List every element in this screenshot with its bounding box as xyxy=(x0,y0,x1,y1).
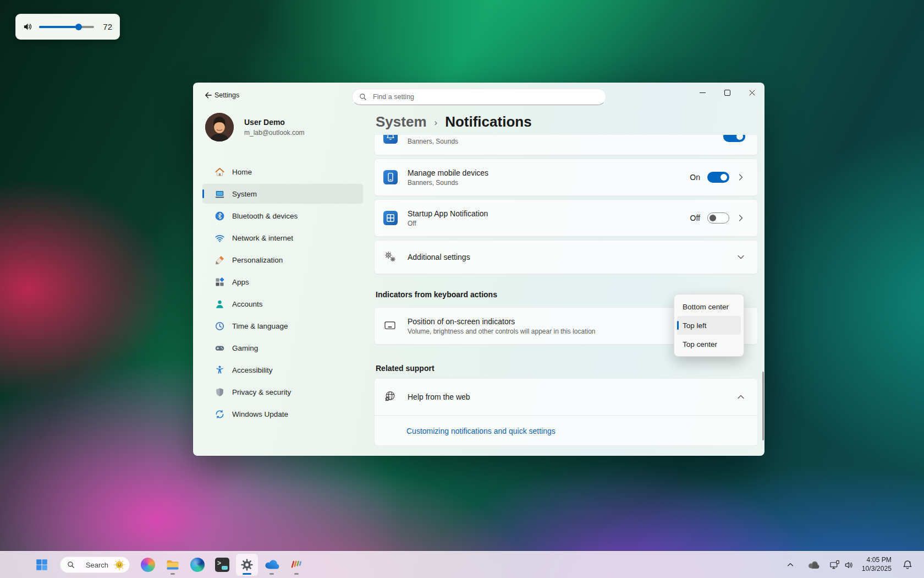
chevron-right-icon[interactable] xyxy=(736,173,745,182)
sidebar-item-label: Accessibility xyxy=(232,366,273,374)
settings-content: Banners, Sounds Manage mobile devices Ba… xyxy=(374,135,758,446)
volume-tray-icon xyxy=(844,560,854,570)
edge-icon[interactable] xyxy=(186,554,208,576)
sidebar-item-time-language[interactable]: Time & language xyxy=(202,316,363,336)
row-subtitle: Banners, Sounds xyxy=(408,179,488,187)
dropdown-item-top-left[interactable]: Top left xyxy=(677,316,741,335)
sidebar: User Demo m_lab@outlook.com Home System … xyxy=(202,108,367,426)
terminal-icon[interactable] xyxy=(211,554,233,576)
network-icon xyxy=(215,233,225,243)
sidebar-item-privacy-security[interactable]: Privacy & security xyxy=(202,382,363,402)
onedrive-tray-cloud-icon[interactable] xyxy=(802,554,825,576)
taskbar-search-label: Search xyxy=(86,561,108,569)
toggle-state-label: On xyxy=(690,173,700,182)
row-subtitle: Off xyxy=(408,220,488,227)
time-language-icon xyxy=(215,321,225,331)
taskbar-clock[interactable]: 4:05 PM 10/3/2025 xyxy=(859,556,895,574)
help-from-web-row[interactable]: Help from the web xyxy=(375,379,757,415)
sidebar-item-bluetooth-devices[interactable]: Bluetooth & devices xyxy=(202,206,363,226)
taskbar: Search xyxy=(0,551,924,578)
help-from-web-card: Help from the web Customizing notificati… xyxy=(374,378,758,446)
volume-slider-thumb[interactable] xyxy=(75,24,82,30)
system-tray-network-volume[interactable] xyxy=(827,554,857,576)
globe-search-icon xyxy=(383,390,398,404)
shield-icon xyxy=(215,387,225,397)
window-title: Settings xyxy=(215,91,239,99)
tray-date: 10/3/2025 xyxy=(862,565,892,574)
gears-icon xyxy=(383,250,398,264)
sidebar-item-label: Bluetooth & devices xyxy=(232,212,298,220)
sidebar-item-apps[interactable]: Apps xyxy=(202,272,363,292)
weather-sun-icon xyxy=(113,558,127,571)
maximize-button[interactable] xyxy=(715,83,740,102)
chevron-right-icon[interactable] xyxy=(736,214,745,222)
sidebar-item-label: Windows Update xyxy=(232,410,288,418)
sidebar-item-home[interactable]: Home xyxy=(202,162,363,182)
onedrive-icon[interactable] xyxy=(261,554,283,576)
section-heading-related-support: Related support xyxy=(376,364,758,374)
dropdown-item-top-center[interactable]: Top center xyxy=(677,335,741,353)
search-icon xyxy=(67,561,81,569)
hidden-icons-chevron[interactable] xyxy=(780,554,800,576)
row-title xyxy=(408,135,458,136)
close-button[interactable] xyxy=(740,83,765,102)
sidebar-nav: Home System Bluetooth & devices Network … xyxy=(202,162,367,424)
scrollbar-thumb[interactable] xyxy=(762,372,764,440)
user-account-card[interactable]: User Demo m_lab@outlook.com xyxy=(205,113,367,141)
user-name: User Demo xyxy=(244,118,305,127)
sidebar-item-label: Gaming xyxy=(232,344,258,352)
accounts-icon xyxy=(215,299,225,309)
page-title: Notifications xyxy=(445,113,531,130)
bluetooth-icon xyxy=(215,211,225,221)
setting-row-additional-settings[interactable]: Additional settings xyxy=(374,240,758,274)
settings-search-box[interactable] xyxy=(352,89,606,105)
sidebar-item-gaming[interactable]: Gaming xyxy=(202,338,363,358)
sidebar-item-label: Network & internet xyxy=(232,234,293,242)
setting-row-startup-app-notification[interactable]: Startup App Notification Off Off xyxy=(374,199,758,237)
volume-slider[interactable] xyxy=(39,26,94,28)
sidebar-item-accounts[interactable]: Accounts xyxy=(202,294,363,314)
chevron-down-icon[interactable] xyxy=(736,253,745,261)
sidebar-item-label: Time & language xyxy=(232,322,288,330)
toggle-switch[interactable] xyxy=(707,172,729,183)
dropdown-item-bottom-center[interactable]: Bottom center xyxy=(677,297,741,316)
running-indicator xyxy=(170,573,175,575)
pen-strokes-app-icon[interactable] xyxy=(285,554,307,576)
startup-app-icon xyxy=(383,211,398,225)
settings-taskbar-icon[interactable] xyxy=(236,554,258,576)
breadcrumb-system[interactable]: System xyxy=(376,113,427,130)
sidebar-item-network-internet[interactable]: Network & internet xyxy=(202,228,363,248)
toggle-state-label: Off xyxy=(690,214,700,222)
desktop: 72 Settings User Demo xyxy=(0,0,924,578)
sidebar-item-personalization[interactable]: Personalization xyxy=(202,250,363,270)
speaker-icon xyxy=(23,21,33,32)
home-icon xyxy=(215,167,225,177)
sidebar-item-accessibility[interactable]: Accessibility xyxy=(202,360,363,380)
file-explorer-icon[interactable] xyxy=(162,554,184,576)
help-link-customizing-notifications[interactable]: Customizing notifications and quick sett… xyxy=(406,427,556,435)
setting-row-manage-mobile-devices[interactable]: Manage mobile devices Banners, Sounds On xyxy=(374,159,758,196)
taskbar-search-box[interactable]: Search xyxy=(60,557,130,573)
active-indicator xyxy=(243,573,251,575)
running-indicator xyxy=(270,573,274,575)
sidebar-item-windows-update[interactable]: Windows Update xyxy=(202,404,363,424)
do-not-disturb-bell-icon[interactable]: z xyxy=(897,554,919,576)
windows-update-icon xyxy=(215,409,225,419)
search-input[interactable] xyxy=(372,92,599,101)
on-screen-indicator-icon xyxy=(383,319,398,333)
breadcrumb-separator: › xyxy=(435,116,438,128)
minimize-button[interactable] xyxy=(690,83,715,102)
chevron-up-icon[interactable] xyxy=(736,392,745,401)
setting-row-notifications-clipped[interactable]: Banners, Sounds xyxy=(374,135,758,155)
toggle-switch[interactable] xyxy=(707,212,729,223)
notifications-app-icon xyxy=(383,135,398,144)
row-title: Position of on-screen indicators xyxy=(408,317,596,326)
toggle-switch[interactable] xyxy=(723,135,745,142)
sidebar-item-system[interactable]: System xyxy=(202,184,363,204)
sidebar-item-label: Personalization xyxy=(232,256,283,264)
avatar xyxy=(205,113,234,141)
copilot-icon[interactable] xyxy=(137,554,159,576)
row-title: Help from the web xyxy=(408,392,470,401)
start-button[interactable] xyxy=(31,554,53,576)
sidebar-item-label: System xyxy=(232,190,257,198)
